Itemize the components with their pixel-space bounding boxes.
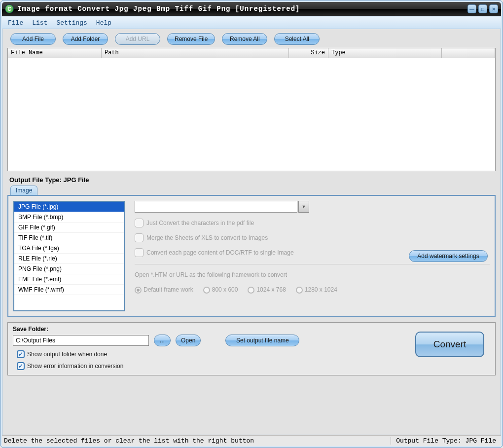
radio-icon: [135, 287, 142, 294]
opt-merge-xls: Merge the Sheets of XLS to convert to Im…: [135, 233, 490, 242]
maximize-button[interactable]: □: [478, 4, 487, 13]
format-item-tif[interactable]: TIF File (*.tif): [14, 233, 124, 243]
file-list-header: File Name Path Size Type: [8, 48, 495, 58]
menubar: File List Settings Help: [2, 17, 501, 29]
checkbox-merge-xls[interactable]: [135, 233, 144, 242]
label-merge-xls: Merge the Sheets of XLS to convert to Im…: [146, 234, 268, 241]
format-item-png[interactable]: PNG File (*.png): [14, 264, 124, 274]
window-title: Image format Convert Jpg Jpeg Bmp Tiff G…: [17, 5, 467, 13]
save-panel: Save Folder: ... Open Set output file na…: [7, 322, 496, 375]
toolbar: Add File Add Folder Add URL Remove File …: [7, 33, 496, 45]
opt-pdf-chars: Just Convert the characters in the pdf f…: [135, 219, 490, 227]
options-right: ▼ Just Convert the characters in the pdf…: [135, 201, 490, 311]
file-list[interactable]: File Name Path Size Type: [7, 48, 496, 171]
divider: [135, 264, 490, 264]
open-button[interactable]: Open: [176, 335, 201, 346]
remove-all-button[interactable]: Remove All: [222, 33, 267, 45]
status-left: Delete the selected files or clear the l…: [2, 437, 391, 445]
remove-file-button[interactable]: Remove File: [167, 33, 215, 45]
add-folder-button[interactable]: Add Folder: [63, 33, 108, 45]
output-type-label: Output File Type: JPG File: [9, 176, 496, 184]
checkbox-show-folder[interactable]: [17, 350, 25, 358]
label-pdf-chars: Just Convert the characters in the pdf f…: [146, 220, 254, 226]
format-item-wmf[interactable]: WMF File (*.wmf): [14, 285, 124, 295]
close-button[interactable]: ✕: [489, 4, 498, 13]
add-file-button[interactable]: Add File: [10, 33, 56, 45]
app-icon: C: [5, 4, 14, 13]
column-path[interactable]: Path: [102, 48, 289, 58]
format-item-gif[interactable]: GIF File (*.gif): [14, 223, 124, 233]
menu-settings[interactable]: Settings: [52, 18, 91, 28]
framework-row: Default frame work 800 x 600 1024 x 768 …: [135, 286, 490, 294]
format-list[interactable]: JPG File (*.jpg) BMP File (*.bmp) GIF Fi…: [13, 201, 125, 311]
radio-icon: [248, 287, 254, 294]
label-doc-single: Convert each page content of DOC/RTF to …: [146, 249, 294, 256]
watermark-button[interactable]: Add watermark settings: [409, 250, 488, 262]
column-spacer: [442, 48, 495, 58]
radio-1280[interactable]: 1280 x 1024: [296, 286, 337, 294]
format-item-jpg[interactable]: JPG File (*.jpg): [14, 202, 124, 212]
radio-icon: [203, 287, 210, 294]
content-area: Add File Add Folder Add URL Remove File …: [2, 29, 501, 435]
menu-file[interactable]: File: [4, 18, 27, 28]
format-item-emf[interactable]: EMF File (*.emf): [14, 274, 124, 285]
save-path-input[interactable]: [13, 335, 149, 346]
checkbox-pdf-chars[interactable]: [135, 219, 144, 227]
options-combo-dropdown[interactable]: ▼: [298, 201, 309, 213]
select-all-button[interactable]: Select All: [274, 33, 320, 45]
label-show-folder: Show output folder when done: [27, 351, 107, 358]
minimize-button[interactable]: —: [467, 4, 476, 13]
format-item-rle[interactable]: RLE File (*.rle): [14, 254, 124, 264]
checkbox-show-error[interactable]: [17, 362, 25, 370]
radio-1024[interactable]: 1024 x 768: [248, 286, 286, 294]
options-combo-input[interactable]: [135, 201, 297, 213]
format-item-bmp[interactable]: BMP File (*.bmp): [14, 212, 124, 223]
column-filename[interactable]: File Name: [8, 48, 102, 58]
add-url-button: Add URL: [115, 33, 160, 45]
convert-button[interactable]: Convert: [415, 332, 484, 357]
format-item-tga[interactable]: TGA File (*.tga): [14, 243, 124, 254]
statusbar: Delete the selected files or clear the l…: [2, 435, 501, 446]
browse-button[interactable]: ...: [154, 335, 171, 346]
tab-image[interactable]: Image: [10, 186, 37, 195]
radio-800[interactable]: 800 x 600: [203, 286, 238, 294]
options-panel: JPG File (*.jpg) BMP File (*.bmp) GIF Fi…: [7, 195, 496, 317]
framework-label: Open *.HTM or URL as the following frame…: [135, 271, 490, 278]
tabs: Image: [10, 186, 496, 195]
set-output-name-button[interactable]: Set output file name: [225, 335, 299, 346]
options-combo: ▼: [135, 201, 490, 213]
menu-list[interactable]: List: [28, 18, 51, 28]
column-type[interactable]: Type: [328, 48, 442, 58]
radio-default[interactable]: Default frame work: [135, 286, 193, 294]
radio-icon: [296, 287, 303, 294]
file-list-body[interactable]: [8, 58, 495, 171]
status-right: Output File Type: JPG File: [391, 437, 501, 445]
column-size[interactable]: Size: [289, 48, 328, 58]
app-window: C Image format Convert Jpg Jpeg Bmp Tiff…: [0, 0, 503, 448]
label-show-error: Show error information in conversion: [27, 363, 123, 370]
titlebar: C Image format Convert Jpg Jpeg Bmp Tiff…: [2, 2, 501, 16]
checkbox-doc-single[interactable]: [135, 248, 144, 257]
menu-help[interactable]: Help: [92, 18, 115, 28]
